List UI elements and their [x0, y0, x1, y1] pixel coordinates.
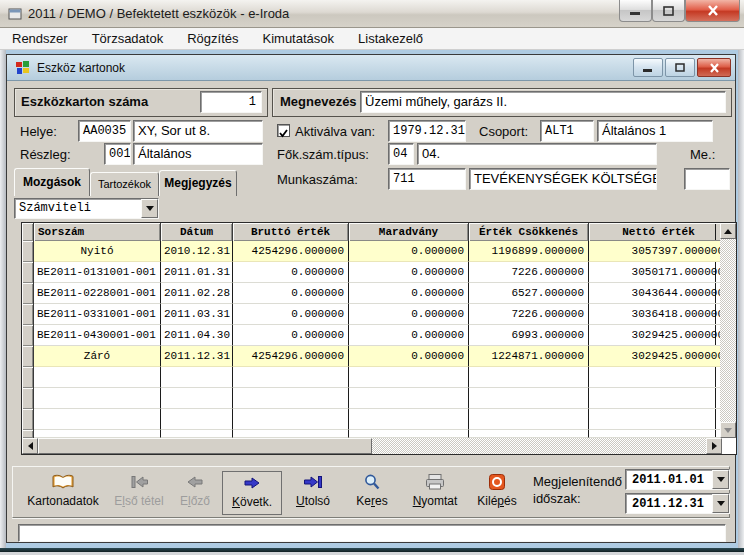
name-field[interactable]: Üzemi műhely, garázs II.: [360, 91, 726, 113]
grid-header-row: Sorszám Dátum Bruttó érték Maradvány Ért…: [22, 223, 728, 241]
view-selector-combo[interactable]: Számviteli: [14, 198, 159, 219]
col-header-csokkenes[interactable]: Érték Csökkenés: [469, 223, 589, 241]
scroll-right-icon[interactable]: [706, 438, 722, 454]
table-row-zaro[interactable]: Záró 2011.12.31 4254296.000000 0.000000 …: [22, 346, 728, 367]
button-label: Ke: [356, 494, 371, 508]
elozo-button[interactable]: Előző: [171, 471, 219, 515]
horizontal-scroll-thumb[interactable]: [38, 438, 372, 454]
child-minimize-icon[interactable]: [633, 58, 663, 77]
work-number-code-field[interactable]: 711: [388, 168, 466, 190]
col-header-sorszam[interactable]: Sorszám: [34, 223, 161, 241]
col-header-brutto[interactable]: Bruttó érték: [233, 223, 349, 241]
cell-sorszam: BE2011-0331001-001: [34, 304, 161, 325]
button-label: Kilé: [477, 494, 497, 508]
table-row[interactable]: BE2011-0131001-001 2011.01.31 0.000000 0…: [22, 262, 728, 283]
location-code-field[interactable]: AA0035: [78, 120, 131, 142]
col-header-netto[interactable]: Nettó érték: [589, 223, 728, 241]
application-window: 2011 / DEMO / Befektetett eszközök - e-I…: [0, 0, 744, 555]
card-number-field[interactable]: 1: [200, 91, 262, 113]
row-selector[interactable]: [22, 262, 34, 283]
child-close-icon[interactable]: [697, 58, 731, 77]
col-header-datum[interactable]: Dátum: [161, 223, 233, 241]
kilepes-button[interactable]: Kilépés: [471, 471, 523, 515]
col-header-maradvany[interactable]: Maradvány: [349, 223, 469, 241]
group-desc-field[interactable]: Általános 1: [597, 120, 713, 142]
menu-kimutatasok[interactable]: Kimutatások: [251, 28, 347, 49]
kartonadatok-button[interactable]: Kartonadatok: [17, 471, 109, 515]
tab-mozgasok[interactable]: Mozgások: [14, 168, 90, 196]
row-selector[interactable]: [22, 283, 34, 304]
button-label: őző: [191, 494, 210, 508]
tab-megjegyzes[interactable]: Megjegyzés: [159, 170, 237, 196]
work-number-desc-field[interactable]: TEVÉKENYSÉGEK KÖLTSÉGEI: [469, 168, 657, 190]
window-title: 2011 / DEMO / Befektetett eszközök - e-I…: [28, 0, 289, 28]
search-icon: [362, 471, 382, 493]
cell-maradvany: 0.000000: [349, 241, 469, 262]
table-row[interactable]: BE2011-0228001-001 2011.02.28 0.000000 0…: [22, 283, 728, 304]
scroll-down-icon[interactable]: [720, 422, 736, 438]
row-selector[interactable]: [22, 325, 34, 346]
cell-datum: 2011.01.31: [161, 262, 233, 283]
view-selector-dropdown-icon[interactable]: [141, 199, 158, 218]
row-selector[interactable]: [22, 304, 34, 325]
activated-checkbox[interactable]: [277, 124, 290, 137]
button-label: U: [296, 494, 305, 508]
row-selector[interactable]: [22, 241, 34, 262]
tab-tartozekok[interactable]: Tartozékok: [90, 172, 159, 196]
menu-rogzites[interactable]: Rögzítés: [175, 28, 250, 49]
tab-mozgasok-label: Mozgások: [23, 175, 81, 189]
card-number-label: Eszközkarton száma: [21, 94, 148, 109]
table-row-nyito[interactable]: Nyitó 2010.12.31 4254296.000000 0.000000…: [22, 241, 728, 262]
period-to-combo[interactable]: 2011.12.31: [625, 493, 730, 514]
tab-tartozekok-label: Tartozékok: [98, 178, 151, 190]
department-desc-field[interactable]: Általános: [133, 143, 263, 165]
maximize-icon[interactable]: [652, 0, 685, 22]
close-icon[interactable]: [685, 0, 740, 22]
table-row[interactable]: BE2011-0331001-001 2011.03.31 0.000000 0…: [22, 304, 728, 325]
location-desc-field[interactable]: XY, Sor ut 8.: [133, 120, 263, 142]
child-titlebar[interactable]: Eszköz kartonok: [7, 55, 735, 81]
child-maximize-icon[interactable]: [665, 58, 695, 77]
table-row[interactable]: BE2011-0430001-001 2011.04.30 0.000000 0…: [22, 325, 728, 346]
department-code-field[interactable]: 001: [104, 143, 131, 165]
period-from-combo[interactable]: 2011.01.01: [625, 469, 730, 490]
menu-torzsadatok[interactable]: Törzsadatok: [80, 28, 176, 49]
me-field[interactable]: [684, 168, 730, 190]
outer-titlebar[interactable]: 2011 / DEMO / Befektetett eszközök - e-I…: [0, 0, 744, 28]
vertical-scroll-track[interactable]: [720, 239, 736, 422]
keres-button[interactable]: Keres: [347, 471, 397, 515]
scrollbar-corner: [720, 438, 736, 454]
window-frame-right: [738, 50, 744, 552]
name-label: Megnevezés: [280, 94, 357, 109]
horizontal-scrollbar[interactable]: [22, 438, 722, 454]
menu-listakezelo[interactable]: Listakezelő: [346, 28, 435, 49]
period-to-dropdown-icon[interactable]: [712, 494, 729, 513]
first-record-icon: [128, 471, 150, 493]
table-empty-row: [22, 409, 728, 430]
cell-netto: 3057397.000000: [589, 241, 728, 262]
cell-csokkenes: 6527.000000: [469, 283, 589, 304]
cell-netto: 3029425.000000: [589, 346, 728, 367]
ledger-type-desc-field[interactable]: 04.: [417, 143, 657, 165]
group-code-field[interactable]: ALT1: [540, 120, 594, 142]
scroll-left-icon[interactable]: [22, 438, 38, 454]
minimize-icon[interactable]: [619, 0, 652, 22]
elso-tetel-button[interactable]: Első tétel: [110, 471, 168, 515]
utolso-button[interactable]: Utolsó: [287, 471, 339, 515]
cell-csokkenes: 6993.000000: [469, 325, 589, 346]
kovetkezo-button[interactable]: Követk.: [222, 471, 282, 515]
period-from-dropdown-icon[interactable]: [712, 470, 729, 489]
ledger-type-code-field[interactable]: 04: [388, 143, 414, 165]
form-content: Eszközkarton száma 1 Megnevezés Üzemi mű…: [7, 81, 735, 542]
cell-sorszam: BE2011-0131001-001: [34, 262, 161, 283]
location-label: Helye:: [20, 124, 57, 139]
row-selector[interactable]: [22, 346, 34, 367]
cell-maradvany: 0.000000: [349, 325, 469, 346]
vertical-scrollbar[interactable]: [720, 223, 736, 438]
activated-date-field[interactable]: 1979.12.31: [388, 120, 466, 142]
app-icon: [7, 6, 23, 26]
cell-netto: 3036418.000000: [589, 304, 728, 325]
scroll-up-icon[interactable]: [720, 223, 736, 239]
menu-rendszer[interactable]: Rendszer: [0, 28, 80, 49]
nyomtat-button[interactable]: Nyomtat: [405, 471, 465, 515]
